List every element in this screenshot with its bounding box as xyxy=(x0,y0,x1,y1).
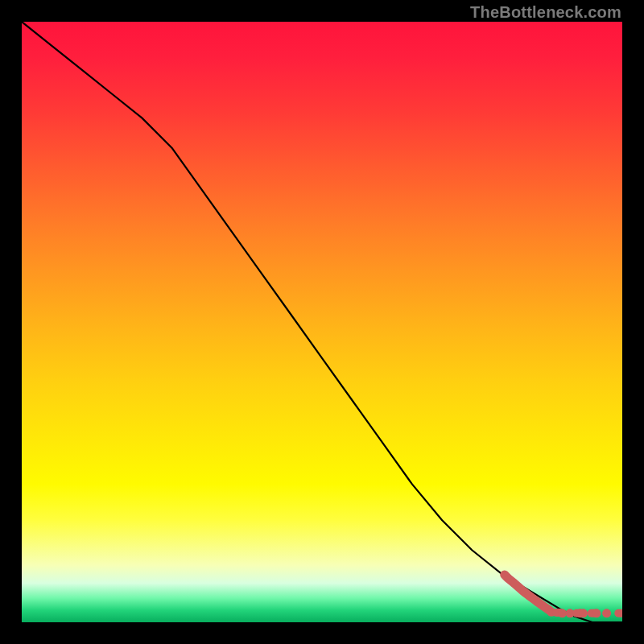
chart-frame: TheBottleneck.com xyxy=(0,0,644,644)
svg-point-18 xyxy=(602,609,611,617)
markers-flat xyxy=(547,608,623,618)
svg-rect-19 xyxy=(614,609,622,617)
watermark-text: TheBottleneck.com xyxy=(470,3,621,22)
svg-point-15 xyxy=(579,609,588,617)
markers-slope xyxy=(505,575,550,610)
svg-point-11 xyxy=(558,609,567,617)
chart-overlay xyxy=(22,22,622,622)
plot-area xyxy=(22,22,622,622)
curve-line xyxy=(22,22,622,622)
svg-point-17 xyxy=(592,609,601,617)
